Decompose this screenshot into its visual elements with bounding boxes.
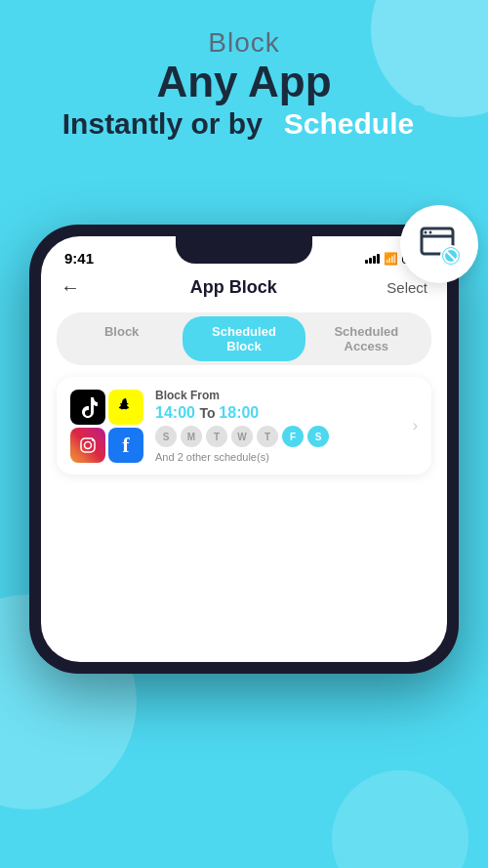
time-end: 18:00 (219, 404, 259, 421)
tab-container: Block ScheduledBlock ScheduledAccess (57, 312, 431, 365)
schedule-details: Block From 14:00 To 18:00 S M T W T F S (155, 389, 401, 463)
day-wed: W (231, 426, 253, 447)
day-fri: F (282, 426, 304, 447)
day-tue: T (206, 426, 227, 447)
phone-screen: 9:41 📶 ← App Block (41, 236, 447, 662)
select-button[interactable]: Select (386, 279, 427, 296)
header-block-label: Block (0, 27, 488, 59)
header-schedule-badge: Schedule (272, 105, 426, 143)
nav-bar: ← App Block Select (41, 270, 447, 307)
chevron-right-icon: › (413, 417, 418, 434)
signal-icon (365, 254, 380, 264)
floating-block-badge (400, 205, 478, 283)
time-start: 14:00 (155, 404, 195, 421)
screen-bottom-space (41, 486, 447, 662)
header-instantly-text: Instantly or by (62, 107, 263, 141)
back-button[interactable]: ← (61, 276, 80, 299)
day-sat: S (307, 426, 329, 447)
phone-notch (176, 236, 312, 264)
block-time: 14:00 To 18:00 (155, 404, 401, 422)
instagram-app-icon (70, 428, 105, 463)
wifi-icon: 📶 (384, 252, 398, 266)
tab-scheduled-access[interactable]: ScheduledAccess (305, 316, 427, 361)
day-thu: T (257, 426, 278, 447)
status-time: 9:41 (64, 250, 94, 267)
svg-point-9 (92, 439, 94, 441)
days-row: S M T W T F S (155, 426, 401, 447)
facebook-app-icon: f (108, 428, 143, 463)
svg-point-8 (85, 441, 92, 448)
day-sun: S (155, 426, 177, 447)
tab-scheduled-block[interactable]: ScheduledBlock (183, 316, 305, 361)
tiktok-app-icon (70, 390, 105, 425)
schedule-card[interactable]: f Block From 14:00 To 18:00 S M T (57, 377, 431, 475)
phone-wrapper: 9:41 📶 ← App Block (29, 225, 459, 868)
header-section: Block Any App Instantly or by Schedule (0, 27, 488, 143)
header-instantly-row: Instantly or by Schedule (0, 105, 488, 143)
block-from-label: Block From (155, 389, 401, 402)
snapchat-app-icon (108, 390, 143, 425)
phone-outer: 9:41 📶 ← App Block (29, 225, 459, 674)
app-icons-grid: f (70, 390, 143, 463)
svg-point-3 (429, 231, 432, 234)
nav-title: App Block (190, 277, 277, 298)
other-schedules-text: And 2 other schedule(s) (155, 451, 401, 463)
block-app-icon (416, 221, 463, 268)
header-anyapp-label: Any App (0, 59, 488, 105)
svg-point-2 (425, 231, 427, 234)
time-to-label: To (199, 405, 219, 421)
tab-block[interactable]: Block (61, 316, 183, 361)
day-mon: M (181, 426, 202, 447)
